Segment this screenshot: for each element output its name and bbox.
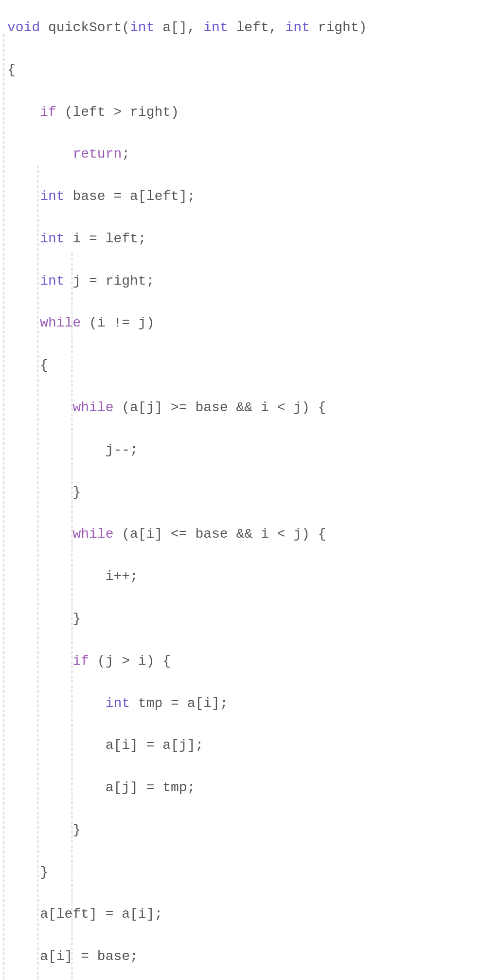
code-text: i++;: [7, 569, 138, 584]
code-line-15: }: [7, 608, 492, 629]
code-text: right): [310, 20, 367, 35]
keyword-while: while: [40, 315, 81, 330]
code-text: quickSort(: [40, 20, 130, 35]
keyword-while: while: [72, 526, 113, 542]
code-line-2: {: [7, 59, 492, 80]
code-text: (a[j] >= base && i < j) {: [113, 400, 326, 415]
guide-line-4: [72, 438, 72, 935]
code-text: (a[i] <= base && i < j) {: [113, 526, 326, 542]
code-line-8: while (i != j): [7, 312, 492, 333]
code-pre: void quickSort(int a[], int left, int ri…: [7, 17, 492, 980]
code-line-13: while (a[i] <= base && i < j) {: [7, 524, 492, 544]
code-text: }: [7, 865, 48, 880]
code-line-18: a[i] = a[j];: [7, 735, 492, 756]
code-text: [7, 146, 72, 162]
code-text: [7, 653, 72, 669]
code-line-4: return;: [7, 144, 492, 164]
code-text: [7, 231, 40, 246]
code-line-3: if (left > right): [7, 102, 492, 123]
code-line-12: }: [7, 482, 492, 503]
code-text: a[i] = base;: [7, 949, 138, 964]
code-text: (i != j): [81, 315, 154, 330]
keyword-int: int: [203, 20, 228, 35]
code-line-1: void quickSort(int a[], int left, int ri…: [7, 17, 492, 38]
keyword-if: if: [40, 105, 56, 120]
keyword-int: int: [40, 273, 64, 289]
code-text: }: [7, 485, 81, 500]
code-line-11: j--;: [7, 439, 492, 460]
code-line-7: int j = right;: [7, 271, 492, 291]
code-text: [7, 315, 40, 330]
code-text: a[i] = a[j];: [7, 738, 203, 753]
guide-line-1: [3, 34, 4, 980]
code-text: {: [7, 62, 16, 77]
code-text: a[left] = a[i];: [7, 907, 162, 922]
code-text: [7, 526, 72, 542]
keyword-while: while: [72, 400, 113, 415]
code-text: }: [7, 822, 81, 837]
code-text: a[j] = tmp;: [7, 780, 195, 795]
code-line-21: }: [7, 862, 492, 883]
code-text: a[],: [154, 20, 203, 35]
code-text: ;: [122, 146, 130, 162]
code-text: [7, 189, 40, 204]
code-line-23: a[i] = base;: [7, 946, 492, 967]
code-text: j--;: [7, 442, 138, 457]
code-line-5: int base = a[left];: [7, 186, 492, 207]
keyword-int: int: [40, 189, 64, 204]
code-text: tmp = a[i];: [130, 696, 228, 711]
code-text: [7, 400, 72, 415]
code-text: [7, 105, 40, 120]
code-text: j = right;: [65, 273, 155, 289]
code-line-20: }: [7, 819, 492, 840]
code-text: (left > right): [56, 105, 179, 120]
code-line-10: while (a[j] >= base && i < j) {: [7, 397, 492, 418]
code-text: (j > i) {: [89, 653, 171, 669]
code-text: base = a[left];: [65, 189, 196, 204]
keyword-int: int: [106, 696, 130, 711]
code-text: }: [7, 611, 81, 626]
code-line-9: {: [7, 355, 492, 376]
code-text: i = left;: [65, 231, 146, 246]
code-text: [7, 273, 40, 289]
code-container: void quickSort(int a[], int left, int ri…: [0, 10, 502, 980]
keyword-int: int: [40, 231, 64, 246]
keyword-return: return: [72, 146, 122, 162]
code-text: {: [7, 358, 48, 373]
code-line-16: if (j > i) {: [7, 651, 492, 671]
code-line-17: int tmp = a[i];: [7, 693, 492, 714]
code-text: [7, 696, 106, 711]
code-line-19: a[j] = tmp;: [7, 777, 492, 798]
keyword-int: int: [285, 20, 309, 35]
keyword-int: int: [130, 20, 154, 35]
code-line-6: int i = left;: [7, 228, 492, 249]
code-text: left,: [228, 20, 286, 35]
keyword-void: void: [7, 20, 40, 35]
code-line-22: a[left] = a[i];: [7, 904, 492, 925]
code-line-14: i++;: [7, 566, 492, 587]
keyword-if: if: [72, 653, 89, 669]
